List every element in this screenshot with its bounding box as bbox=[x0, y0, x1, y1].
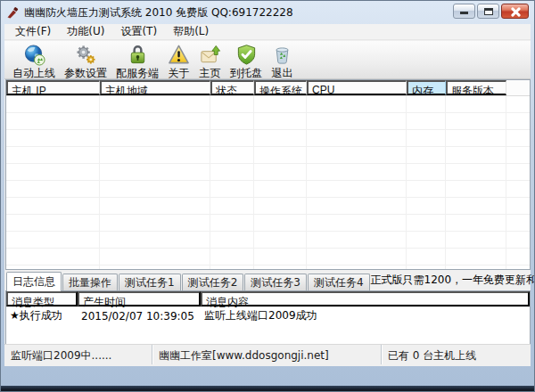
tab-test-task-4[interactable]: 测试任务4 bbox=[308, 274, 370, 290]
grid-column bbox=[100, 96, 210, 269]
tab-test-task-1[interactable]: 测试任务1 bbox=[119, 274, 181, 290]
toolbar-button-to-tray[interactable]: 到托盘 bbox=[226, 43, 267, 82]
menu-item-file[interactable]: 文件(F) bbox=[7, 23, 59, 41]
maximize-button[interactable] bbox=[477, 4, 499, 19]
status-listening-port: 监听端口2009中...... bbox=[4, 345, 152, 364]
close-icon bbox=[510, 7, 520, 16]
window-content: 文件(F) 功能(U) 设置(T) 帮助(L) 自动上线 bbox=[4, 24, 531, 366]
host-table-header: 主机 IP 主机地域 状态 操作系统 CPU 内存 服务版本 bbox=[6, 80, 530, 96]
status-studio-link: 幽幽工作室[www.ddosgongji.net] bbox=[152, 345, 382, 364]
shield-icon bbox=[235, 44, 258, 66]
host-table: 主机 IP 主机地域 状态 操作系统 CPU 内存 服务版本 bbox=[5, 79, 531, 270]
grid-column bbox=[446, 96, 506, 269]
promo-text: 正式版只需1200，一年免费更新和免杀 bbox=[371, 273, 535, 290]
window-bottom-border bbox=[1, 386, 534, 391]
statusbar: 监听端口2009中...... 幽幽工作室[www.ddosgongji.net… bbox=[4, 344, 531, 364]
menu-item-function[interactable]: 功能(U) bbox=[59, 23, 112, 41]
window-title: 幽幽防火墙压力测试系统 2010 免费版 QQ:691722228 bbox=[24, 5, 293, 20]
app-icon bbox=[6, 6, 20, 20]
tab-test-task-3[interactable]: 测试任务3 bbox=[244, 274, 307, 290]
app-window: 幽幽防火墙压力测试系统 2010 免费版 QQ:691722228 文件(F) … bbox=[0, 0, 535, 392]
column-header-message-time[interactable]: 产生时间 bbox=[78, 291, 201, 306]
tab-test-task-2[interactable]: 测试任务2 bbox=[182, 274, 244, 290]
toolbar-button-parameter-settings[interactable]: 参数设置 bbox=[60, 43, 111, 82]
toolbar-button-about[interactable]: 关于 bbox=[163, 43, 194, 82]
log-cell-time: 2015/02/07 10:39:05 bbox=[78, 310, 201, 323]
column-header-service-version[interactable]: 服务版本 bbox=[446, 80, 506, 95]
log-row[interactable]: ★执行成功 2015/02/07 10:39:05 监听上线端口2009成功 bbox=[6, 307, 530, 324]
status-hosts-online: 已有 0 台主机上线 bbox=[382, 345, 531, 364]
warning-icon bbox=[168, 44, 190, 66]
maximize-icon bbox=[484, 8, 493, 15]
host-table-body bbox=[6, 96, 530, 269]
grid-column bbox=[254, 96, 307, 269]
close-button[interactable] bbox=[501, 4, 529, 19]
column-header-host-region[interactable]: 主机地域 bbox=[100, 80, 210, 95]
grid-column bbox=[407, 96, 446, 269]
column-header-host-ip[interactable]: 主机 IP bbox=[6, 80, 100, 95]
tab-batch-operations[interactable]: 批量操作 bbox=[62, 274, 118, 290]
menubar: 文件(F) 功能(U) 设置(T) 帮助(L) bbox=[4, 24, 531, 40]
menu-item-settings[interactable]: 设置(T) bbox=[112, 23, 165, 41]
gears-icon bbox=[75, 44, 97, 66]
column-header-memory[interactable]: 内存 bbox=[407, 80, 446, 95]
grid-column bbox=[307, 96, 407, 269]
log-table-header: 消息类型 产生时间 消息内容 bbox=[6, 291, 530, 307]
minimize-button[interactable] bbox=[453, 4, 475, 19]
log-cell-type: ★执行成功 bbox=[6, 308, 78, 323]
lock-icon bbox=[127, 44, 149, 66]
recycle-bin-icon bbox=[271, 44, 293, 66]
menu-item-help[interactable]: 帮助(L) bbox=[165, 23, 217, 41]
column-header-message-type[interactable]: 消息类型 bbox=[6, 291, 78, 306]
toolbar-button-homepage[interactable]: 主页 bbox=[194, 43, 226, 82]
globe-icon bbox=[23, 44, 45, 66]
titlebar: 幽幽防火墙压力测试系统 2010 免费版 QQ:691722228 bbox=[1, 1, 534, 24]
column-header-message-content[interactable]: 消息内容 bbox=[201, 291, 530, 306]
toolbar-button-exit[interactable]: 退出 bbox=[267, 43, 298, 82]
envelope-icon bbox=[199, 44, 221, 66]
toolbar-button-configure-server[interactable]: 配服务端 bbox=[111, 43, 163, 82]
log-cell-content: 监听上线端口2009成功 bbox=[201, 308, 321, 323]
minimize-icon bbox=[460, 12, 468, 14]
tab-log-info[interactable]: 日志信息 bbox=[6, 272, 62, 291]
column-header-os[interactable]: 操作系统 bbox=[254, 80, 307, 95]
tabstrip: 日志信息 批量操作 测试任务1 测试任务2 测试任务3 测试任务4 正式版只需1… bbox=[5, 271, 526, 290]
column-header-status[interactable]: 状态 bbox=[210, 80, 254, 95]
column-header-cpu[interactable]: CPU bbox=[307, 80, 407, 95]
column-header-filler bbox=[506, 80, 530, 95]
window-controls bbox=[453, 4, 529, 19]
grid-column bbox=[210, 96, 254, 269]
toolbar-button-auto-online[interactable]: 自动上线 bbox=[8, 43, 60, 82]
grid-column bbox=[506, 96, 530, 269]
toolbar: 自动上线 参数设置 bbox=[4, 41, 531, 79]
grid-column bbox=[6, 96, 100, 269]
